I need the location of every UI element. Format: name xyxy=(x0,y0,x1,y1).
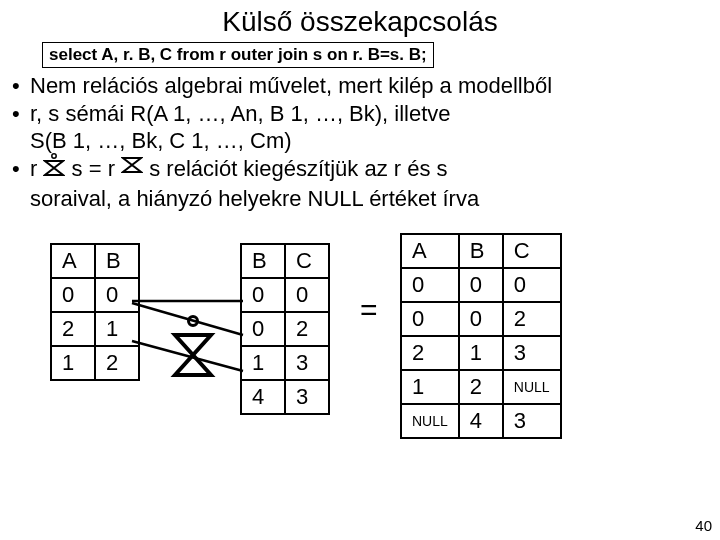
cell: NULL xyxy=(503,370,561,404)
bullet-2b: S(B 1, …, Bk, C 1, …, Cm) xyxy=(30,127,720,155)
sql-statement: select A, r. B, C from r outer join s on… xyxy=(42,42,434,68)
outer-join-icon xyxy=(170,313,216,383)
cell: 4 xyxy=(241,380,285,414)
cell: 0 xyxy=(241,278,285,312)
cell: 1 xyxy=(401,370,459,404)
cell: 0 xyxy=(459,302,503,336)
cell: 4 xyxy=(459,404,503,438)
cell: 0 xyxy=(241,312,285,346)
cell: 2 xyxy=(459,370,503,404)
bullet-3c: s relációt kiegészítjük az r és s xyxy=(149,156,447,181)
bullet-3b: s = r xyxy=(72,156,122,181)
cell: 2 xyxy=(95,346,139,380)
cell: 2 xyxy=(51,312,95,346)
bullet-dot: • xyxy=(12,72,30,100)
cell: 0 xyxy=(51,278,95,312)
cell: 0 xyxy=(503,268,561,302)
cell: 1 xyxy=(241,346,285,380)
bullet-dot: • xyxy=(12,155,30,186)
cell: A xyxy=(401,234,459,268)
cell: C xyxy=(285,244,329,278)
bullet-list: • Nem relációs algebrai művelet, mert ki… xyxy=(12,72,720,213)
svg-point-0 xyxy=(52,153,56,157)
cell: 3 xyxy=(285,380,329,414)
cell: 2 xyxy=(503,302,561,336)
cell: 3 xyxy=(503,336,561,370)
cell: 1 xyxy=(459,336,503,370)
cell: 3 xyxy=(285,346,329,380)
cell: 0 xyxy=(459,268,503,302)
cell: 0 xyxy=(401,302,459,336)
bullet-3a: r xyxy=(30,156,43,181)
natural-join-icon xyxy=(121,154,143,182)
cell: NULL xyxy=(401,404,459,438)
cell: B xyxy=(459,234,503,268)
cell: 1 xyxy=(51,346,95,380)
outer-join-icon xyxy=(43,153,65,184)
cell: 2 xyxy=(401,336,459,370)
cell: 3 xyxy=(503,404,561,438)
equals-sign: = xyxy=(360,293,378,327)
table-r: AB 00 21 12 xyxy=(50,243,140,381)
cell: 1 xyxy=(95,312,139,346)
svg-point-1 xyxy=(189,316,198,325)
page-number: 40 xyxy=(695,517,712,534)
bullet-2: r, s sémái R(A 1, …, An, B 1, …, Bk), il… xyxy=(30,100,720,128)
bullet-1: Nem relációs algebrai művelet, mert kilé… xyxy=(30,72,720,100)
table-result: A B C 0 0 0 0 0 2 2 1 3 1 2 NULL NULL 4 … xyxy=(400,233,562,439)
cell: B xyxy=(241,244,285,278)
cell: 0 xyxy=(95,278,139,312)
page-title: Külső összekapcsolás xyxy=(0,6,720,38)
cell: 0 xyxy=(401,268,459,302)
cell: 2 xyxy=(285,312,329,346)
bullet-3: r s = r s relációt kiegészítjük az r és … xyxy=(30,155,720,186)
bullet-dot: • xyxy=(12,100,30,128)
table-s: BC 00 02 13 43 xyxy=(240,243,330,415)
cell: C xyxy=(503,234,561,268)
cell: A xyxy=(51,244,95,278)
cell: 0 xyxy=(285,278,329,312)
tables-area: AB 00 21 12 BC 00 02 13 43 = A B C 0 0 0 xyxy=(0,223,720,483)
cell: B xyxy=(95,244,139,278)
bullet-3d: soraival, a hiányzó helyekre NULL értéke… xyxy=(30,185,720,213)
